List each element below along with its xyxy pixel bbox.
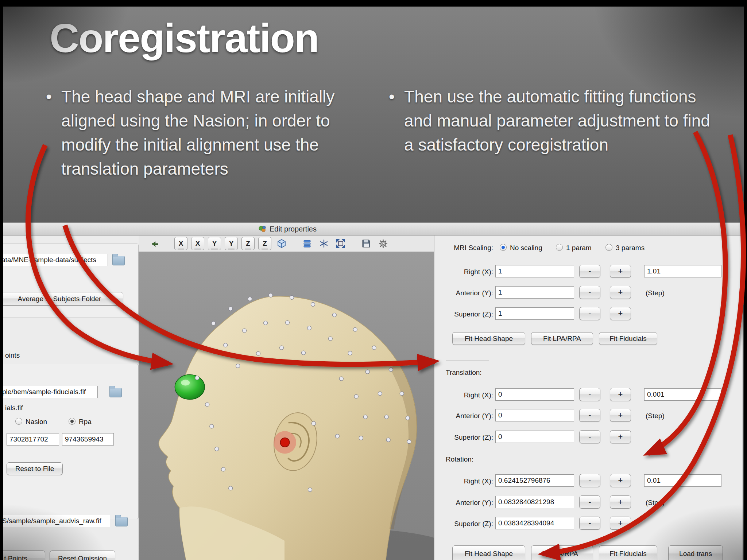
- bullet-left: • The head shape and MRI are initially a…: [46, 85, 360, 181]
- omit-points-button[interactable]: t Points: [3, 551, 45, 560]
- rotation-right-x-plus-button[interactable]: +: [610, 474, 631, 487]
- fit-fiducials-top-button[interactable]: Fit Fiducials: [599, 332, 657, 345]
- translation-superior-z-input[interactable]: [495, 431, 574, 443]
- subjects-folder-icon[interactable]: [112, 256, 125, 265]
- rotation-superior-z-input[interactable]: [495, 517, 574, 529]
- window-title: Edit properties: [270, 225, 317, 233]
- rpa-radio[interactable]: [69, 418, 76, 425]
- mri-scaling-label: MRI Scaling:: [426, 244, 493, 252]
- fit-view-icon[interactable]: [334, 237, 347, 250]
- isometric-cube-icon[interactable]: [275, 237, 288, 250]
- fit-fiducials-bottom-button[interactable]: Fit Fiducials: [599, 545, 657, 560]
- raw-file-input[interactable]: [3, 515, 110, 527]
- average-to-subjects-button[interactable]: Average to Subjects Folder: [3, 292, 123, 306]
- rotation-right-x-label: Right (X):: [426, 477, 493, 485]
- raw-folder-icon[interactable]: [115, 517, 128, 526]
- rotation-right-x-minus-button[interactable]: -: [579, 474, 600, 487]
- three-params-radio[interactable]: [605, 244, 612, 251]
- fiducials-file-input[interactable]: [3, 386, 98, 398]
- load-trans-button[interactable]: Load trans: [668, 545, 723, 560]
- rotation-anterior-y-input[interactable]: [495, 496, 574, 508]
- fit-lpa-rpa-bottom-button[interactable]: t LPA/RPA: [531, 545, 593, 560]
- head-model: [139, 252, 434, 560]
- translation-right-x-label: Right (X):: [426, 391, 493, 399]
- translation-anterior-y-plus-button[interactable]: +: [610, 409, 631, 422]
- rotation-superior-z-plus-button[interactable]: +: [610, 517, 631, 530]
- scaling-step-input[interactable]: [644, 265, 721, 277]
- rotation-superior-z-label: Superior (Z):: [426, 520, 493, 528]
- rpa-fiducial-point: [280, 438, 290, 447]
- window-titlebar[interactable]: Edit properties: [3, 223, 743, 236]
- viewport-column: X X Y Y Z Z: [139, 236, 434, 560]
- pointer-icon[interactable]: [149, 237, 162, 250]
- scaling-superior-z-input[interactable]: [495, 307, 574, 320]
- snowflake-icon[interactable]: [317, 237, 330, 250]
- translation-anterior-y-input[interactable]: [495, 409, 574, 421]
- scaling-right-x-plus-button[interactable]: +: [610, 265, 631, 278]
- no-scaling-label: No scaling: [510, 244, 542, 252]
- translation-right-x-minus-button[interactable]: -: [579, 388, 600, 401]
- translation-step-input[interactable]: [644, 388, 721, 401]
- translation-anterior-y-minus-button[interactable]: -: [579, 409, 600, 422]
- section-divider: [446, 361, 489, 361]
- fit-lpa-rpa-top-button[interactable]: Fit LPA/RPA: [531, 332, 593, 345]
- axis-view-z-plus-button[interactable]: Z: [241, 237, 255, 250]
- rotation-step-label: (Step): [646, 499, 665, 507]
- translation-right-x-input[interactable]: [495, 388, 574, 401]
- points-label: oints: [5, 351, 20, 359]
- rotation-superior-z-minus-button[interactable]: -: [579, 517, 600, 530]
- rotation-right-x-input[interactable]: [495, 474, 574, 487]
- nasion-radio-label: Nasion: [26, 418, 47, 426]
- window-icon: [258, 225, 266, 233]
- one-param-radio[interactable]: [556, 244, 563, 251]
- rotation-anterior-y-minus-button[interactable]: -: [579, 495, 600, 509]
- translation-section-label: Translation:: [446, 369, 482, 377]
- scaling-right-x-input[interactable]: [495, 265, 574, 277]
- one-param-label: 1 param: [566, 244, 592, 252]
- axis-view-x-plus-button[interactable]: X: [174, 237, 187, 250]
- gear-icon[interactable]: [376, 237, 390, 250]
- rotation-step-input[interactable]: [644, 474, 721, 487]
- rpa-radio-label: Rpa: [79, 418, 92, 426]
- rotation-anterior-y-plus-button[interactable]: +: [610, 495, 631, 509]
- nasion-radio[interactable]: [15, 418, 22, 425]
- scaling-right-x-minus-button[interactable]: -: [579, 265, 600, 278]
- 3d-viewport[interactable]: [139, 252, 434, 560]
- layers-icon[interactable]: [301, 237, 314, 250]
- scaling-step-label: (Step): [646, 289, 665, 297]
- translation-right-x-plus-button[interactable]: +: [610, 388, 631, 401]
- bullet-glyph: •: [46, 85, 52, 181]
- translation-anterior-y-label: Anterior (Y):: [426, 412, 493, 420]
- reset-omission-button[interactable]: Reset Omission: [50, 551, 115, 560]
- translation-superior-z-plus-button[interactable]: +: [610, 430, 631, 443]
- axis-view-x-minus-button[interactable]: X: [191, 237, 204, 250]
- bullet-left-text: The head shape and MRI are initially ali…: [61, 85, 360, 181]
- subjects-dir-input[interactable]: [3, 254, 108, 266]
- fit-head-shape-bottom-button[interactable]: Fit Head Shape: [452, 545, 525, 560]
- rotation-anterior-y-label: Anterior (Y):: [426, 499, 493, 507]
- fiducial-coord-1-input[interactable]: [7, 433, 59, 446]
- axis-view-y-minus-button[interactable]: Y: [225, 237, 238, 250]
- scaling-superior-z-plus-button[interactable]: +: [610, 307, 631, 320]
- reset-to-file-button[interactable]: Reset to File: [7, 462, 63, 475]
- fiducials-file-label: ials.fif: [5, 404, 23, 412]
- nasion-blob: [175, 375, 205, 400]
- fit-head-shape-top-button[interactable]: Fit Head Shape: [452, 332, 525, 345]
- fiducials-folder-icon[interactable]: [109, 388, 122, 397]
- left-panel: Average to Subjects Folder oints ials.fi…: [3, 236, 139, 560]
- axis-view-z-minus-button[interactable]: Z: [258, 237, 271, 250]
- scaling-anterior-y-input[interactable]: [495, 286, 574, 299]
- scaling-superior-z-minus-button[interactable]: -: [579, 307, 600, 320]
- scaling-anterior-y-minus-button[interactable]: -: [579, 286, 600, 299]
- scaling-anterior-y-label: Anterior (Y):: [426, 289, 493, 297]
- no-scaling-radio[interactable]: [500, 244, 507, 251]
- screenshot: Coregistration • The head shape and MRI …: [0, 0, 747, 560]
- axis-view-y-plus-button[interactable]: Y: [208, 237, 221, 250]
- translation-superior-z-minus-button[interactable]: -: [579, 430, 600, 443]
- bullet-right: • Then use the automatic fitting functio…: [389, 85, 717, 157]
- bullet-glyph: •: [389, 85, 395, 157]
- scaling-anterior-y-plus-button[interactable]: +: [610, 286, 631, 299]
- save-icon[interactable]: [360, 237, 373, 250]
- rotation-section-label: Rotation:: [446, 455, 473, 463]
- fiducial-coord-2-input[interactable]: [62, 433, 114, 446]
